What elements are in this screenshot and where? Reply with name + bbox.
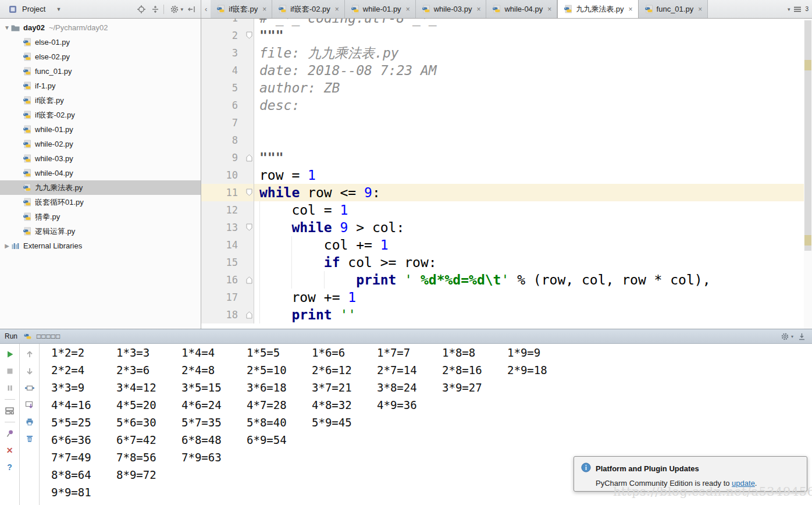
console-output-row: 5*5=255*6=305*7=355*8=405*9=45 xyxy=(51,414,812,431)
fold-marker-up[interactable] xyxy=(246,311,252,319)
editor-line[interactable]: 14col += 1 xyxy=(201,236,812,254)
project-panel-title[interactable]: Project xyxy=(22,5,45,13)
editor-tab[interactable]: func_01.py× xyxy=(639,0,708,18)
tree-file-item[interactable]: 九九乘法表.py xyxy=(0,180,201,195)
warning-stripe-mark[interactable] xyxy=(804,60,811,70)
dropdown-arrow-icon[interactable]: ▾ xyxy=(788,6,790,12)
fold-marker-down[interactable] xyxy=(246,223,252,232)
editor-line[interactable]: 7 xyxy=(201,114,812,131)
pin-icon[interactable] xyxy=(3,426,16,440)
editor-line[interactable]: 12col = 1 xyxy=(201,201,812,219)
tree-file-item[interactable]: if嵌套.py xyxy=(0,93,201,108)
pause-icon[interactable] xyxy=(3,381,16,395)
tree-file-item[interactable]: if嵌套-02.py xyxy=(0,108,201,122)
run-play-icon[interactable] xyxy=(3,347,16,361)
python-file-icon xyxy=(421,5,431,14)
editor-line[interactable]: 17row += 1 xyxy=(201,289,812,306)
editor-line[interactable]: 2""" xyxy=(201,27,812,44)
collapse-arrow-icon[interactable]: ▶ xyxy=(3,243,10,249)
editor-line[interactable]: 8 xyxy=(201,131,812,149)
dropdown-arrow-icon[interactable]: ▼ xyxy=(48,6,61,12)
console-output-row: 6*6=366*7=426*8=486*9=54 xyxy=(51,431,812,449)
scrollbar-thumb[interactable] xyxy=(804,20,811,251)
fold-marker-down[interactable] xyxy=(246,31,252,40)
editor-scrollbar[interactable] xyxy=(804,19,812,329)
tree-file-item[interactable]: 猜拳.py xyxy=(0,209,201,224)
editor-tab[interactable]: if嵌套.py× xyxy=(211,0,272,18)
restore-layout-icon[interactable] xyxy=(3,404,16,418)
editor-line[interactable]: 16print ' %d*%d=%d\t' % (row, col, row *… xyxy=(201,271,812,289)
print-icon[interactable] xyxy=(23,415,36,429)
main-area: ▼day02~/Pycharm/day02else-01.pyelse-02.p… xyxy=(0,19,812,329)
dock-icon[interactable] xyxy=(796,330,807,342)
fold-marker-down[interactable] xyxy=(246,189,252,197)
project-tree[interactable]: ▼day02~/Pycharm/day02else-01.pyelse-02.p… xyxy=(0,19,201,329)
editor-gutter: 3 xyxy=(201,44,254,62)
close-icon[interactable]: × xyxy=(698,5,702,13)
close-icon[interactable]: × xyxy=(262,5,266,13)
chevron-left-icon[interactable]: ‹ xyxy=(201,5,211,13)
editor-line[interactable]: 1# _*_ coding:utf-8 _*_ xyxy=(201,19,812,27)
tree-file-item[interactable]: while-01.py xyxy=(0,122,201,137)
scroll-to-end-icon[interactable] xyxy=(23,398,36,412)
editor-line[interactable]: 3file: 九九乘法表.py xyxy=(201,44,812,62)
tree-file-item[interactable]: while-04.py xyxy=(0,166,201,180)
tree-item-label: if嵌套-02.py xyxy=(35,110,75,120)
close-panel-icon[interactable]: ✕ xyxy=(3,443,16,457)
up-arrow-icon[interactable] xyxy=(23,347,36,361)
close-icon[interactable]: × xyxy=(629,5,633,13)
collapse-all-icon[interactable] xyxy=(149,3,161,15)
editor-line[interactable]: 9""" xyxy=(201,149,812,166)
dropdown-arrow-icon[interactable]: ▾ xyxy=(791,334,793,339)
close-icon[interactable]: × xyxy=(406,5,410,13)
expand-arrow-icon[interactable]: ▼ xyxy=(3,24,10,31)
code-editor[interactable]: 1# _*_ coding:utf-8 _*_2"""3file: 九九乘法表.… xyxy=(201,19,812,329)
warning-stripe-mark[interactable] xyxy=(804,235,811,246)
tree-file-item[interactable]: while-03.py xyxy=(0,151,201,166)
editor-line[interactable]: 11while row <= 9: xyxy=(201,184,812,201)
close-icon[interactable]: × xyxy=(335,5,339,13)
tree-external-libraries[interactable]: ▶External Libraries xyxy=(0,239,201,253)
help-icon[interactable]: ? xyxy=(3,460,16,474)
editor-tab[interactable]: if嵌套-02.py× xyxy=(272,0,345,18)
tree-file-item[interactable]: 嵌套循环01.py xyxy=(0,195,201,209)
run-process-tab-label[interactable]: □□□□□ xyxy=(37,332,60,340)
clear-all-icon[interactable] xyxy=(23,432,36,446)
editor-line[interactable]: 10row = 1 xyxy=(201,166,812,184)
hide-panel-icon[interactable] xyxy=(186,3,197,15)
editor-line[interactable]: 4date: 2018--08 7:23 AM xyxy=(201,62,812,79)
editor-tab[interactable]: while-03.py× xyxy=(416,0,487,18)
code-segment: row = xyxy=(259,166,308,184)
tree-file-item[interactable]: while-02.py xyxy=(0,137,201,151)
close-icon[interactable]: × xyxy=(476,5,480,13)
fold-marker-up[interactable] xyxy=(246,276,252,284)
console-output-cell: 2*4=8 xyxy=(181,361,247,379)
dropdown-arrow-icon[interactable]: ▾ xyxy=(180,6,183,12)
tree-file-item[interactable]: else-02.py xyxy=(0,49,201,64)
editor-line[interactable]: 5author: ZB xyxy=(201,79,812,97)
code-segment: ' xyxy=(501,271,509,289)
tree-file-item[interactable]: func_01.py xyxy=(0,64,201,79)
editor-line[interactable]: 18print '' xyxy=(201,306,812,323)
close-icon[interactable]: × xyxy=(547,5,551,13)
fold-marker-up[interactable] xyxy=(246,154,252,162)
tree-root-day02[interactable]: ▼day02~/Pycharm/day02 xyxy=(0,20,201,35)
code-text: file: 九九乘法表.py xyxy=(254,44,812,62)
locate-icon[interactable] xyxy=(136,3,147,15)
editor-tab[interactable]: 九九乘法表.py× xyxy=(557,0,638,18)
stop-icon[interactable] xyxy=(3,364,16,378)
tree-file-item[interactable]: if-1.py xyxy=(0,79,201,93)
gear-icon[interactable] xyxy=(779,330,791,342)
soft-wrap-icon[interactable] xyxy=(23,381,36,395)
gear-icon[interactable] xyxy=(169,3,180,15)
down-arrow-icon[interactable] xyxy=(23,364,36,378)
editor-line[interactable]: 13while 9 > col: xyxy=(201,219,812,236)
tree-file-item[interactable]: 逻辑运算.py xyxy=(0,224,201,239)
line-number: 7 xyxy=(201,114,254,131)
editor-line[interactable]: 6desc: xyxy=(201,97,812,114)
editor-line[interactable]: 15if col >= row: xyxy=(201,254,812,271)
editor-tab[interactable]: while-01.py× xyxy=(345,0,416,18)
tab-list-icon[interactable] xyxy=(792,3,803,15)
tree-file-item[interactable]: else-01.py xyxy=(0,35,201,49)
editor-tab[interactable]: while-04.py× xyxy=(486,0,557,18)
